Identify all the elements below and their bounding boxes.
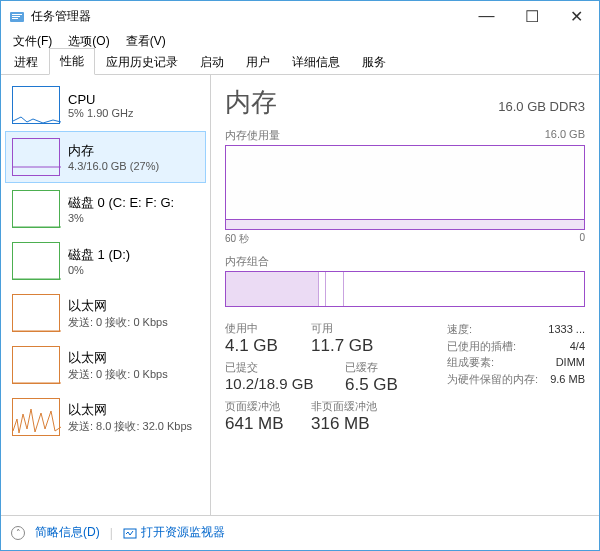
tab-details[interactable]: 详细信息 [281,49,351,75]
sidebar-graph-mem [12,138,60,176]
comp-divider1 [319,272,326,306]
axis-left: 60 秒 [225,232,249,246]
sidebar-graph-eth [12,346,60,384]
sidebar-item-sub: 3% [68,212,174,224]
svg-rect-3 [12,18,18,19]
stat-nonpaged: 316 MB [311,414,397,434]
sidebar-item-4[interactable]: 以太网发送: 0 接收: 0 Kbps [5,287,206,339]
open-resource-monitor-link[interactable]: 打开资源监视器 [123,524,225,541]
tab-strip: 进程 性能 应用历史记录 启动 用户 详细信息 服务 [1,51,599,75]
stat-committed-label: 已提交 [225,360,345,375]
sidebar-item-sub: 4.3/16.0 GB (27%) [68,160,159,172]
chevron-up-icon[interactable]: ˄ [11,526,25,540]
sidebar: CPU5% 1.90 GHz内存4.3/16.0 GB (27%)磁盘 0 (C… [1,75,211,515]
monitor-icon [123,526,137,540]
tab-startup[interactable]: 启动 [189,49,235,75]
sidebar-item-1[interactable]: 内存4.3/16.0 GB (27%) [5,131,206,183]
sidebar-item-title: 磁盘 1 (D:) [68,246,130,264]
app-icon [9,8,25,24]
memory-capacity: 16.0 GB DDR3 [498,99,585,114]
spec-form: DIMM [556,354,585,371]
memory-usage-graph[interactable] [225,145,585,230]
composition-label: 内存组合 [225,254,269,269]
spec-speed-label: 速度: [447,321,472,338]
sidebar-item-title: CPU [68,92,133,107]
bottom-bar: ˄ 简略信息(D) | 打开资源监视器 [1,515,599,549]
stat-paged-label: 页面缓冲池 [225,399,311,414]
sidebar-item-3[interactable]: 磁盘 1 (D:)0% [5,235,206,287]
main-panel: 内存 16.0 GB DDR3 内存使用量 16.0 GB 60 秒 0 内存组… [211,75,599,515]
spec-form-label: 组成要素: [447,354,494,371]
title-bar: 任务管理器 — ☐ ✕ [1,1,599,31]
tab-processes[interactable]: 进程 [3,49,49,75]
sidebar-item-title: 磁盘 0 (C: E: F: G: [68,194,174,212]
resource-monitor-label: 打开资源监视器 [141,524,225,541]
sidebar-item-title: 以太网 [68,297,168,315]
spec-speed: 1333 ... [548,321,585,338]
tab-services[interactable]: 服务 [351,49,397,75]
sidebar-item-sub: 发送: 8.0 接收: 32.0 Kbps [68,419,192,434]
svg-rect-2 [12,16,20,17]
usage-graph-label: 内存使用量 [225,128,280,143]
sidebar-item-title: 以太网 [68,401,192,419]
sidebar-graph-disk [12,242,60,280]
stat-available-label: 可用 [311,321,397,336]
sidebar-item-title: 内存 [68,142,159,160]
maximize-button[interactable]: ☐ [509,1,554,31]
spec-reserved: 9.6 MB [550,371,585,388]
stat-committed: 10.2/18.9 GB [225,375,345,392]
stat-cached: 6.5 GB [345,375,431,395]
page-title: 内存 [225,85,277,120]
stat-nonpaged-label: 非页面缓冲池 [311,399,397,414]
sidebar-graph-eth [12,294,60,332]
usage-graph-max: 16.0 GB [545,128,585,143]
spec-slots-label: 已使用的插槽: [447,338,516,355]
fewer-details-link[interactable]: 简略信息(D) [35,524,100,541]
sidebar-item-sub: 0% [68,264,130,276]
usage-fill [226,219,584,229]
comp-divider2 [326,272,344,306]
spec-reserved-label: 为硬件保留的内存: [447,371,538,388]
tab-performance[interactable]: 性能 [49,48,95,75]
spec-slots: 4/4 [570,338,585,355]
close-button[interactable]: ✕ [554,1,599,31]
svg-rect-1 [12,14,22,15]
stat-in-use: 4.1 GB [225,336,311,356]
stat-available: 11.7 GB [311,336,397,356]
sidebar-graph-eth [12,398,60,436]
sidebar-item-sub: 发送: 0 接收: 0 Kbps [68,367,168,382]
sidebar-item-title: 以太网 [68,349,168,367]
sidebar-item-sub: 5% 1.90 GHz [68,107,133,119]
window-title: 任务管理器 [31,8,464,25]
tab-users[interactable]: 用户 [235,49,281,75]
stat-paged: 641 MB [225,414,311,434]
sidebar-graph-disk [12,190,60,228]
content: CPU5% 1.90 GHz内存4.3/16.0 GB (27%)磁盘 0 (C… [1,75,599,515]
sidebar-item-2[interactable]: 磁盘 0 (C: E: F: G:3% [5,183,206,235]
minimize-button[interactable]: — [464,1,509,31]
comp-in-use [226,272,319,306]
stat-in-use-label: 使用中 [225,321,311,336]
spec-table: 速度:1333 ... 已使用的插槽:4/4 组成要素:DIMM 为硬件保留的内… [447,321,585,434]
sidebar-graph-cpu [12,86,60,124]
stat-cached-label: 已缓存 [345,360,431,375]
sidebar-item-6[interactable]: 以太网发送: 8.0 接收: 32.0 Kbps [5,391,206,443]
tab-app-history[interactable]: 应用历史记录 [95,49,189,75]
comp-free [344,272,584,306]
sidebar-item-5[interactable]: 以太网发送: 0 接收: 0 Kbps [5,339,206,391]
memory-composition-graph[interactable] [225,271,585,307]
sidebar-item-0[interactable]: CPU5% 1.90 GHz [5,79,206,131]
sidebar-item-sub: 发送: 0 接收: 0 Kbps [68,315,168,330]
axis-right: 0 [579,232,585,246]
